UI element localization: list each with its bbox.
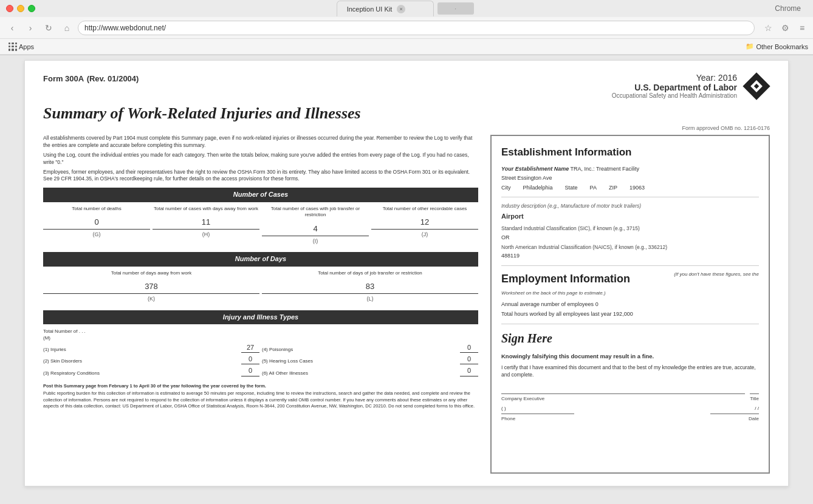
injury-label-3: (3) Respiratory Conditions: [43, 370, 100, 376]
injury-label-2: (2) Skin Disorders: [43, 358, 82, 364]
signature-grid: Company Executive Title: [501, 385, 759, 403]
emp-title-row: Employment Information (If you don't hav…: [501, 271, 759, 290]
or-text: OR: [501, 234, 759, 242]
day-away-value: 378: [43, 281, 259, 294]
injury-grid: (1) Injuries 27 (2) Skin Disorders 0 (3)…: [43, 343, 478, 378]
state-label: State: [565, 184, 578, 192]
bottom-text: Post this Summary page from February 1 t…: [43, 383, 478, 410]
injury-val-1: 27: [241, 343, 259, 353]
intro-para-3: Employees, former employees, and their r…: [43, 169, 478, 183]
day-transfer-label: Total number of days of job transfer or …: [262, 270, 478, 276]
injury-val-5: 0: [460, 355, 478, 364]
day-away-code: (K): [43, 295, 259, 303]
settings-icon[interactable]: ⚙: [779, 22, 791, 34]
injury-row-4: (4) Poisonings 0: [262, 343, 478, 353]
emp-hours-label: Total hours worked by all employees last…: [501, 311, 612, 317]
back-icon: ‹: [11, 23, 14, 33]
sign-section: Sign Here Knowingly falsifying this docu…: [501, 329, 759, 423]
est-name-label: Your Establishment Name: [501, 166, 569, 172]
injury-row-6: (6) All Other Illnesses 0: [262, 366, 478, 376]
bookmarks-apps-item[interactable]: Apps: [5, 41, 38, 52]
case-days-away-value: 11: [153, 217, 259, 230]
day-away-label: Total number of days away from work: [43, 270, 259, 276]
city-label: City: [501, 184, 511, 192]
number-of-cases-section: Number of Cases Total number of deaths 0…: [43, 188, 478, 245]
cases-header: Number of Cases: [43, 188, 478, 202]
est-name-value-text: TRA, Inc.: Treatment Facility: [571, 166, 640, 172]
date-placeholder: / /: [755, 406, 759, 411]
form-title: Summary of Work-Related Injuries and Ill…: [43, 104, 770, 123]
injury-row-2: (2) Skin Disorders 0: [43, 355, 259, 364]
emp-avg-value-text: 0: [595, 301, 599, 307]
browser-tab[interactable]: Inception UI Kit ×: [337, 1, 434, 16]
menu-icon[interactable]: ≡: [796, 22, 808, 34]
phone-date-row: ( ) Phone / / Date: [501, 405, 759, 423]
injury-label-6: (6) All Other Illnesses: [262, 370, 308, 376]
back-button[interactable]: ‹: [5, 21, 19, 35]
minimize-button[interactable]: [17, 5, 24, 12]
form-header: Form 300A (Rev. 01/2004) Year: 2016 U.S.…: [43, 73, 770, 100]
nav-bar: ‹ › ↻ ⌂ http://www.webdonut.net/ ☆ ⚙ ≡: [0, 17, 813, 39]
case-deaths-code: (G): [43, 231, 150, 239]
refresh-button[interactable]: ↻: [41, 21, 56, 35]
right-column: Establishment Information Your Establish…: [490, 135, 770, 474]
certify-text: I certify that I have examined this docu…: [501, 364, 759, 379]
divider-1: [501, 197, 759, 197]
case-job-transfer-code: (I): [262, 237, 369, 245]
case-deaths: Total number of deaths 0 (G): [43, 206, 150, 245]
other-bookmarks[interactable]: 📁 Other Bookmarks: [746, 43, 808, 50]
industry-row: Industry description (e.g., Manufacture …: [501, 202, 759, 221]
number-of-days-section: Number of Days Total number of days away…: [43, 252, 478, 303]
phone-label: Phone: [501, 415, 574, 423]
case-days-away: Total number of cases with days away fro…: [153, 206, 259, 245]
tab-close-button[interactable]: ×: [397, 5, 405, 13]
injury-val-4: 0: [460, 343, 478, 353]
home-button[interactable]: ⌂: [60, 21, 74, 35]
injury-row-5: (5) Hearing Loss Cases 0: [262, 355, 478, 364]
naics-row: North American Industrial Classification…: [501, 243, 759, 261]
day-transfer-code: (L): [262, 295, 478, 303]
establishment-section: Establishment Information Your Establish…: [501, 145, 759, 266]
days-grid: Total number of days away from work 378 …: [43, 270, 478, 303]
url-text: http://www.webdonut.net/: [84, 24, 166, 32]
bookmark-icon[interactable]: ☆: [762, 22, 774, 34]
date-label: Date: [710, 415, 759, 423]
forward-button[interactable]: ›: [23, 21, 38, 35]
title-label: Title: [750, 395, 759, 403]
state-value: PA: [590, 184, 597, 192]
maximize-button[interactable]: [28, 5, 35, 12]
city-value: Philadelphia: [523, 184, 553, 192]
address-bar[interactable]: http://www.webdonut.net/: [78, 21, 755, 35]
case-deaths-value: 0: [43, 217, 150, 230]
form-osha: Occupational Safety and Health Administr…: [612, 92, 737, 99]
emp-worksheet: Worksheet on the back of this page to es…: [501, 290, 759, 297]
injury-label-1: (1) Injuries: [43, 346, 66, 353]
emp-note: (If you don't have these figures, see th…: [674, 271, 759, 277]
post-notice: Post this Summary page from February 1 t…: [43, 383, 478, 390]
case-job-transfer: Total number of cases with job transfer …: [262, 206, 369, 245]
main-content: All establishments covered by Part 1904 …: [43, 135, 770, 474]
form-dept: U.S. Department of Labor: [612, 83, 737, 92]
zip-label: ZIP: [609, 184, 617, 192]
title-signature-line: [750, 385, 759, 394]
title-bar: Inception UI Kit × · Chrome: [0, 0, 813, 17]
falsify-text: Knowingly falsifying this document may r…: [501, 352, 759, 361]
injury-val-2: 0: [241, 355, 259, 364]
injury-row-1: (1) Injuries 27: [43, 343, 259, 353]
title-field: Title: [750, 385, 759, 403]
case-days-away-label: Total number of cases with days away fro…: [153, 206, 259, 212]
close-button[interactable]: [6, 5, 13, 12]
emp-hours-value-text: 192,000: [613, 311, 633, 317]
injury-header: Injury and Illness Types: [43, 310, 478, 324]
case-other-value: 12: [371, 217, 478, 230]
emp-avg-label: Annual average number of employees: [501, 301, 594, 307]
tab-title: Inception UI Kit: [347, 5, 393, 13]
refresh-icon: ↻: [45, 23, 52, 33]
case-other: Total number of other recordable cases 1…: [371, 206, 478, 245]
new-tab-area: ·: [455, 5, 456, 12]
left-column: All establishments covered by Part 1904 …: [43, 135, 478, 474]
injury-illness-section: Injury and Illness Types Total Number of…: [43, 310, 478, 378]
sign-here-title: Sign Here: [501, 329, 759, 347]
forward-icon: ›: [29, 23, 32, 33]
city-state-row: City Philadelphia State PA ZIP 19063: [501, 184, 759, 192]
